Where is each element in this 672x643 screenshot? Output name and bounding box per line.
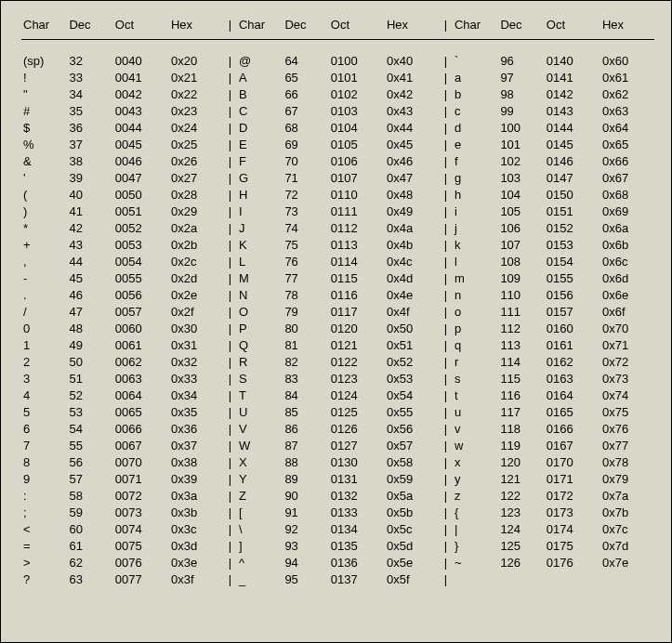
- cell-oct: 0053: [113, 236, 169, 253]
- cell-hex: 0x2a: [169, 219, 223, 236]
- cell-oct: 0142: [545, 85, 600, 102]
- cell-dec: 107: [498, 236, 544, 253]
- cell-dec: 75: [283, 236, 328, 253]
- cell-dec: 104: [498, 186, 544, 203]
- cell-oct: 0151: [545, 203, 600, 219]
- cell-hex: 0x26: [169, 152, 223, 169]
- table-row: *4200520x2a|J7401120x4a|j10601520x6a: [21, 219, 654, 236]
- cell-dec: 85: [283, 403, 328, 420]
- cell-oct: 0134: [329, 520, 385, 537]
- row-sep: |: [223, 152, 237, 169]
- cell-dec: 109: [498, 269, 544, 286]
- cell-oct: 0116: [329, 286, 385, 303]
- cell-dec: 92: [283, 520, 328, 537]
- row-sep: |: [223, 453, 237, 470]
- row-sep: |: [439, 286, 453, 303]
- table-row: 35100630x33|S8301230x53|s11501630x73: [21, 370, 654, 387]
- cell-oct: 0061: [113, 336, 169, 353]
- cell-hex: 0x25: [169, 136, 223, 152]
- cell-dec: 66: [283, 85, 328, 102]
- table-row: 45200640x34|T8401240x54|t11601640x74: [21, 387, 654, 403]
- cell-char: !: [21, 69, 67, 85]
- cell-char: 0: [21, 320, 67, 336]
- cell-oct: 0170: [545, 453, 600, 470]
- cell-char: M: [237, 269, 283, 286]
- cell-dec: 80: [283, 320, 328, 336]
- cell-dec: 50: [67, 353, 112, 370]
- cell-dec: 79: [283, 303, 328, 320]
- cell-oct: 0106: [329, 152, 385, 169]
- cell-hex: 0x40: [385, 52, 439, 69]
- cell-dec: 61: [67, 537, 112, 554]
- cell-dec: 113: [498, 336, 544, 353]
- cell-dec: 63: [67, 571, 112, 587]
- table-row: >6200760x3e|^9401360x5e|~12601760x7e: [21, 554, 654, 571]
- cell-oct: 0067: [113, 437, 169, 453]
- cell-char: X: [237, 453, 283, 470]
- cell-oct: 0131: [329, 470, 385, 487]
- cell-dec: 37: [67, 136, 112, 152]
- cell-char: ~: [453, 554, 498, 571]
- cell-oct: 0161: [545, 336, 600, 353]
- cell-oct: 0156: [545, 286, 600, 303]
- cell-hex: 0x4f: [385, 303, 439, 320]
- cell-hex: 0x48: [385, 186, 439, 203]
- cell-oct: 0166: [545, 420, 600, 437]
- table-row: :5800720x3a|Z9001320x5a|z12201720x7a: [21, 487, 654, 504]
- cell-oct: 0144: [545, 119, 600, 136]
- cell-dec: 112: [498, 320, 544, 336]
- cell-dec: 55: [67, 437, 112, 453]
- cell-dec: 98: [498, 85, 544, 102]
- cell-oct: 0157: [545, 303, 600, 320]
- cell-hex: 0x74: [600, 387, 654, 403]
- cell-oct: 0160: [545, 320, 600, 336]
- cell-char: v: [453, 420, 498, 437]
- cell-char: a: [453, 69, 498, 85]
- cell-oct: 0164: [545, 387, 600, 403]
- cell-hex: 0x7b: [600, 504, 654, 520]
- cell-dec: 68: [283, 119, 328, 136]
- ascii-table: Char Dec Oct Hex | Char Dec Oct Hex | Ch…: [21, 14, 654, 587]
- cell-dec: 120: [498, 453, 544, 470]
- cell-oct: 0077: [113, 571, 169, 587]
- cell-oct: 0117: [329, 303, 385, 320]
- cell-dec: 78: [283, 286, 328, 303]
- cell-oct: 0054: [113, 253, 169, 269]
- cell-hex: 0x76: [600, 420, 654, 437]
- cell-hex: 0x31: [169, 336, 223, 353]
- table-row: ,4400540x2c|L7601140x4c|l10801540x6c: [21, 253, 654, 269]
- cell-dec: 91: [283, 504, 328, 520]
- cell-char: r: [453, 353, 498, 370]
- cell-char: B: [237, 85, 283, 102]
- cell-oct: 0056: [113, 286, 169, 303]
- cell-hex: 0x72: [600, 353, 654, 370]
- table-row: +4300530x2b|K7501130x4b|k10701530x6b: [21, 236, 654, 253]
- row-sep: |: [439, 219, 453, 236]
- cell-hex: 0x71: [600, 336, 654, 353]
- cell-hex: 0x27: [169, 169, 223, 186]
- cell-hex: 0x47: [385, 169, 439, 186]
- cell-char: D: [237, 119, 283, 136]
- cell-dec: 102: [498, 152, 544, 169]
- cell-hex: 0x66: [600, 152, 654, 169]
- cell-hex: 0x23: [169, 102, 223, 119]
- cell-char: \: [237, 520, 283, 537]
- cell-char: Q: [237, 336, 283, 353]
- cell-char: w: [453, 437, 498, 453]
- cell-hex: 0x45: [385, 136, 439, 152]
- table-row: 04800600x30|P8001200x50|p11201600x70: [21, 320, 654, 336]
- row-sep: |: [439, 203, 453, 219]
- cell-char: ?: [21, 571, 67, 587]
- cell-oct: 0141: [545, 69, 600, 85]
- cell-dec: 47: [67, 303, 112, 320]
- cell-oct: 0103: [329, 102, 385, 119]
- table-row: <6000740x3c|\9201340x5c||12401740x7c: [21, 520, 654, 537]
- cell-oct: 0112: [329, 219, 385, 236]
- cell-char: Y: [237, 470, 283, 487]
- cell-char: 9: [21, 470, 67, 487]
- table-row: =6100750x3d|]9301350x5d|}12501750x7d: [21, 537, 654, 554]
- cell-dec: 54: [67, 420, 112, 437]
- cell-hex: 0x50: [385, 320, 439, 336]
- cell-dec: 88: [283, 453, 328, 470]
- cell-oct: 0122: [329, 353, 385, 370]
